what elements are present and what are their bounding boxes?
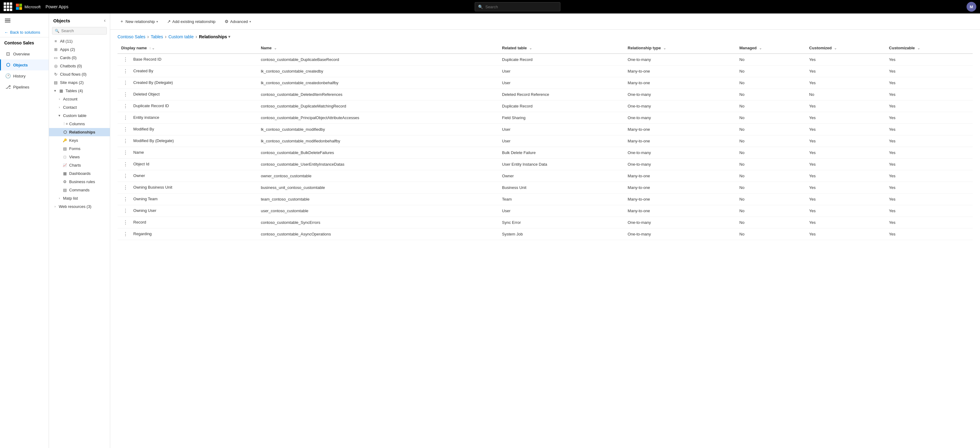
breadcrumb-sep-3: › <box>196 34 197 40</box>
search-bar[interactable]: 🔍 <box>475 2 560 11</box>
tree-item-cards[interactable]: ▭ Cards (0) <box>49 54 110 62</box>
nav-item-history[interactable]: 🕐 History <box>0 70 49 81</box>
nav-item-pipelines[interactable]: ⎇ Pipelines <box>0 81 49 92</box>
toolbar: ＋ New relationship ▾ ↗ Add existing rela… <box>110 13 980 30</box>
row-menu[interactable]: ⋮ <box>121 80 130 86</box>
tree-item-sitemaps[interactable]: ▤ Site maps (2) <box>49 78 110 87</box>
nav-item-objects[interactable]: ⬡ Objects <box>0 59 49 70</box>
col-header-managed[interactable]: Managed ⌄ <box>736 43 805 54</box>
row-menu[interactable]: ⋮ <box>121 196 130 202</box>
collapse-panel-button[interactable]: ‹ <box>104 18 106 23</box>
col-header-relationship-type[interactable]: Relationship type ⌄ <box>624 43 736 54</box>
cell-name: contoso_customtable_DeletedItemReference… <box>257 89 498 100</box>
add-existing-label: Add existing relationship <box>172 19 215 24</box>
row-menu[interactable]: ⋮ <box>121 138 130 144</box>
breadcrumb-tables[interactable]: Tables <box>151 34 163 39</box>
tree-item-charts[interactable]: 📈 Charts <box>49 161 110 169</box>
maplist-expand-icon[interactable]: › <box>57 196 61 200</box>
customtable-expand-icon[interactable]: ▼ <box>57 114 61 117</box>
tree-item-account[interactable]: › Account <box>49 95 110 103</box>
avatar[interactable]: M <box>967 2 976 12</box>
tree-item-dashboards[interactable]: ▦ Dashboards <box>49 169 110 178</box>
hamburger-button[interactable] <box>0 13 49 27</box>
tree-label-relationships: Relationships <box>69 130 95 134</box>
tree-label-webresources: Web resources (3) <box>59 204 92 209</box>
cell-related-table: User <box>498 205 624 217</box>
tree-item-tables[interactable]: ▼ ▦ Tables (4) <box>49 87 110 95</box>
cell-customizable: Yes <box>885 100 973 112</box>
apps-icon[interactable] <box>4 2 12 11</box>
tree-item-forms[interactable]: ▤ Forms <box>49 145 110 153</box>
table-row[interactable]: ⋮ Created By lk_contoso_customtable_crea… <box>118 65 973 77</box>
cell-related-table: Field Sharing <box>498 112 624 124</box>
table-row[interactable]: ⋮ Name contoso_customtable_BulkDeleteFai… <box>118 147 973 159</box>
row-menu[interactable]: ⋮ <box>121 219 130 226</box>
new-relationship-button[interactable]: ＋ New relationship ▾ <box>116 16 162 26</box>
tree-item-businessrules[interactable]: ⚙ Business rules <box>49 178 110 186</box>
tree-item-webresources[interactable]: › Web resources (3) <box>49 202 110 211</box>
tree-item-contact[interactable]: › Contact <box>49 103 110 112</box>
col-header-customized[interactable]: Customized ⌄ <box>805 43 885 54</box>
row-menu[interactable]: ⋮ <box>121 115 130 121</box>
columns-icon: ⋮≡ <box>62 122 67 126</box>
breadcrumb-contoso[interactable]: Contoso Sales <box>118 34 145 39</box>
tree-item-all[interactable]: ≡ All (11) <box>49 37 110 45</box>
cell-customized: Yes <box>805 54 885 65</box>
row-menu[interactable]: ⋮ <box>121 56 130 63</box>
objects-search-input[interactable] <box>61 29 104 33</box>
table-row[interactable]: ⋮ Owner owner_contoso_customtable Owner … <box>118 170 973 182</box>
table-row[interactable]: ⋮ Entity instance contoso_customtable_Pr… <box>118 112 973 124</box>
cell-relationship-type: One-to-many <box>624 217 736 228</box>
col-header-name[interactable]: Name ⌄ <box>257 43 498 54</box>
table-row[interactable]: ⋮ Modified By (Delegate) lk_contoso_cust… <box>118 136 973 147</box>
row-menu[interactable]: ⋮ <box>121 173 130 179</box>
account-expand-icon[interactable]: › <box>57 97 61 101</box>
table-row[interactable]: ⋮ Base Record ID contoso_customtable_Dup… <box>118 54 973 65</box>
table-row[interactable]: ⋮ Deleted Object contoso_customtable_Del… <box>118 89 973 100</box>
tables-expand-icon[interactable]: ▼ <box>53 89 57 92</box>
table-row[interactable]: ⋮ Created By (Delegate) lk_contoso_custo… <box>118 77 973 89</box>
webresources-expand-icon[interactable]: › <box>53 205 57 208</box>
breadcrumb-customtable[interactable]: Custom table <box>168 34 193 39</box>
advanced-button[interactable]: ⚙ Advanced ▾ <box>221 17 255 26</box>
nav-item-overview[interactable]: ⊡ Overview <box>0 48 49 59</box>
add-existing-relationship-button[interactable]: ↗ Add existing relationship <box>163 17 220 26</box>
tree-item-chatbots[interactable]: ◎ Chatbots (0) <box>49 62 110 70</box>
col-header-related-table[interactable]: Related table ⌄ <box>498 43 624 54</box>
table-row[interactable]: ⋮ Record contoso_customtable_SyncErrors … <box>118 217 973 228</box>
breadcrumb-current-chevron[interactable]: ▾ <box>228 35 230 39</box>
row-menu[interactable]: ⋮ <box>121 126 130 132</box>
table-row[interactable]: ⋮ Owning User user_contoso_customtable U… <box>118 205 973 217</box>
tree-item-commands[interactable]: ▤ Commands <box>49 186 110 194</box>
tree-item-relationships[interactable]: ⬡ Relationships <box>49 128 110 136</box>
tree-item-cloudflows[interactable]: ↻ Cloud flows (0) <box>49 70 110 78</box>
row-menu[interactable]: ⋮ <box>121 103 130 109</box>
tree-item-views[interactable]: □ Views <box>49 153 110 161</box>
tree-label-businessrules: Business rules <box>69 179 95 184</box>
col-header-customizable[interactable]: Customizable ⌄ <box>885 43 973 54</box>
search-input[interactable] <box>485 5 557 9</box>
tree-item-maplist[interactable]: › Matp list <box>49 194 110 202</box>
col-header-display-name[interactable]: Display name ↑ ⌄ <box>118 43 257 54</box>
contact-expand-icon[interactable]: › <box>57 106 61 109</box>
table-row[interactable]: ⋮ Modified By lk_contoso_customtable_mod… <box>118 124 973 136</box>
row-menu[interactable]: ⋮ <box>121 231 130 237</box>
row-menu[interactable]: ⋮ <box>121 68 130 74</box>
row-menu[interactable]: ⋮ <box>121 91 130 98</box>
row-menu[interactable]: ⋮ <box>121 150 130 156</box>
tree-item-keys[interactable]: 🔑 Keys <box>49 136 110 145</box>
main-content: ＋ New relationship ▾ ↗ Add existing rela… <box>110 13 980 448</box>
table-row[interactable]: ⋮ Object Id contoso_customtable_UserEnti… <box>118 159 973 170</box>
row-menu[interactable]: ⋮ <box>121 207 130 214</box>
tree-item-apps[interactable]: ⊞ Apps (2) <box>49 45 110 54</box>
back-to-solutions[interactable]: ← Back to solutions <box>0 27 49 37</box>
objects-search-bar[interactable]: 🔍 <box>52 27 107 35</box>
table-row[interactable]: ⋮ Duplicate Record ID contoso_customtabl… <box>118 100 973 112</box>
row-menu[interactable]: ⋮ <box>121 161 130 167</box>
table-row[interactable]: ⋮ Owning Team team_contoso_customtable T… <box>118 193 973 205</box>
table-row[interactable]: ⋮ Owning Business Unit business_unit_con… <box>118 182 973 193</box>
tree-item-columns[interactable]: ⋮≡ Columns <box>49 120 110 128</box>
tree-item-customtable[interactable]: ▼ Custom table <box>49 112 110 120</box>
table-row[interactable]: ⋮ Regarding contoso_customtable_AsyncOpe… <box>118 228 973 240</box>
row-menu[interactable]: ⋮ <box>121 184 130 191</box>
